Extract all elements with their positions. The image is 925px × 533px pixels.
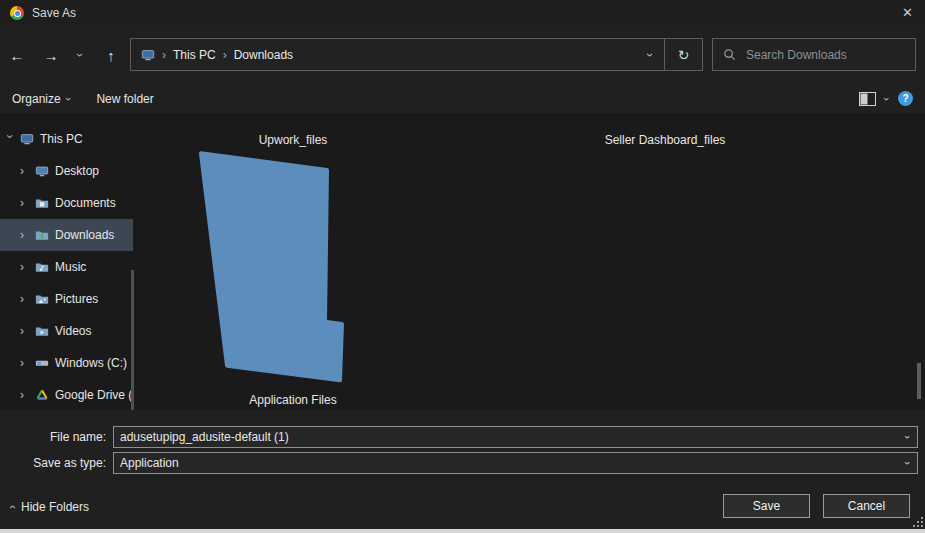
- view-options-icon[interactable]: [859, 92, 876, 106]
- resize-grip[interactable]: [913, 517, 924, 528]
- folder-icon: [196, 149, 346, 389]
- file-name-label: File name:: [0, 430, 113, 444]
- address-dropdown-icon[interactable]: ›: [636, 48, 664, 62]
- collapse-chevron-icon: ›: [20, 356, 29, 370]
- save-button[interactable]: Save: [723, 494, 810, 518]
- close-icon[interactable]: ✕: [902, 5, 913, 20]
- file-item-upwork-files[interactable]: Upwork_files: [210, 133, 376, 147]
- form-fields: File name: › Save as type: Application ›: [0, 410, 925, 487]
- sidebar-scrollbar[interactable]: [131, 270, 134, 410]
- documents-icon: [35, 196, 49, 210]
- collapse-chevron-icon: ›: [20, 228, 29, 242]
- breadcrumb-downloads[interactable]: Downloads: [234, 48, 293, 62]
- footer: › Hide Folders Save Cancel: [0, 487, 925, 529]
- music-icon: [35, 260, 49, 274]
- collapse-chevron-icon: ›: [20, 324, 29, 338]
- save-as-dialog: Save As ✕ ← → › ↑ › This PC › Downloads …: [0, 0, 925, 533]
- breadcrumb-this-pc[interactable]: This PC: [173, 48, 216, 62]
- organize-chevron-icon: ›: [63, 97, 75, 101]
- this-pc-icon: [141, 48, 155, 62]
- save-type-label: Save as type:: [0, 456, 113, 470]
- search-box: [712, 38, 916, 71]
- organize-button[interactable]: Organize ›: [12, 92, 70, 106]
- collapse-chevron-icon: ›: [20, 196, 29, 210]
- command-toolbar: Organize › New folder › ?: [0, 84, 925, 113]
- address-bar[interactable]: › This PC › Downloads › ↻: [130, 38, 703, 71]
- recent-locations-chevron-icon[interactable]: ›: [70, 42, 90, 68]
- sidebar-item-videos[interactable]: › Videos: [0, 315, 133, 347]
- collapse-chevron-icon: ›: [20, 292, 29, 306]
- new-folder-button[interactable]: New folder: [96, 92, 153, 106]
- sidebar-item-pictures[interactable]: › Pictures: [0, 283, 133, 315]
- view-options-chevron-icon[interactable]: ›: [881, 97, 893, 101]
- chrome-icon: [10, 6, 24, 20]
- save-type-dropdown-icon: ›: [902, 454, 914, 472]
- file-name-combo: ›: [113, 426, 918, 448]
- collapse-chevron-icon: ›: [20, 260, 29, 274]
- sidebar-item-music[interactable]: › Music: [0, 251, 133, 283]
- file-name-row: File name: ›: [0, 426, 918, 448]
- windows-drive-icon: [35, 356, 49, 370]
- sidebar-item-this-pc[interactable]: › This PC: [0, 123, 133, 155]
- up-button[interactable]: ↑: [98, 42, 124, 68]
- back-button[interactable]: ←: [4, 42, 30, 68]
- collapse-chevron-icon: ›: [20, 388, 29, 402]
- help-icon[interactable]: ?: [898, 91, 913, 106]
- sidebar-item-google-drive[interactable]: › Google Drive (G: [0, 379, 133, 411]
- expand-chevron-icon: ›: [3, 135, 17, 144]
- hide-folders-chevron-icon: ›: [5, 505, 19, 509]
- pictures-icon: [35, 292, 49, 306]
- sidebar-item-desktop[interactable]: › Desktop: [0, 155, 133, 187]
- this-pc-icon: [20, 132, 34, 146]
- file-name-input[interactable]: [114, 430, 899, 444]
- downloads-icon: [35, 228, 49, 242]
- titlebar: Save As: [0, 0, 925, 26]
- window-title: Save As: [32, 6, 76, 20]
- sidebar-item-windows-c[interactable]: › Windows (C:): [0, 347, 133, 379]
- save-type-row: Save as type: Application ›: [0, 452, 918, 474]
- search-input[interactable]: [744, 47, 905, 63]
- save-type-select[interactable]: Application ›: [113, 452, 918, 474]
- sidebar-item-documents[interactable]: › Documents: [0, 187, 133, 219]
- sidebar-item-downloads[interactable]: › Downloads: [0, 219, 133, 251]
- breadcrumb-separator-icon: ›: [223, 48, 227, 62]
- content-area: › This PC › Desktop ›: [0, 113, 925, 410]
- file-item-application-files-label[interactable]: Application Files: [210, 393, 376, 407]
- breadcrumb: › This PC › Downloads: [131, 48, 636, 62]
- google-drive-icon: [35, 388, 49, 402]
- breadcrumb-separator-icon: ›: [162, 48, 166, 62]
- refresh-icon[interactable]: ↻: [665, 47, 702, 63]
- navigation-pane: › This PC › Desktop ›: [0, 113, 133, 410]
- desktop-icon: [35, 164, 49, 178]
- file-area-scrollbar[interactable]: [917, 363, 921, 399]
- toolbar-right-group: › ?: [859, 91, 913, 106]
- collapse-chevron-icon: ›: [20, 164, 29, 178]
- file-item-application-files[interactable]: [196, 149, 346, 392]
- save-type-value: Application: [114, 456, 899, 470]
- file-name-dropdown-icon[interactable]: ›: [902, 428, 914, 446]
- hide-folders-button[interactable]: › Hide Folders: [10, 500, 89, 514]
- videos-icon: [35, 324, 49, 338]
- forward-button[interactable]: →: [38, 42, 64, 68]
- file-item-seller-dashboard-files[interactable]: Seller Dashboard_files: [560, 133, 770, 147]
- search-icon: [723, 48, 736, 61]
- bottom-edge: [0, 529, 925, 533]
- cancel-button[interactable]: Cancel: [823, 494, 910, 518]
